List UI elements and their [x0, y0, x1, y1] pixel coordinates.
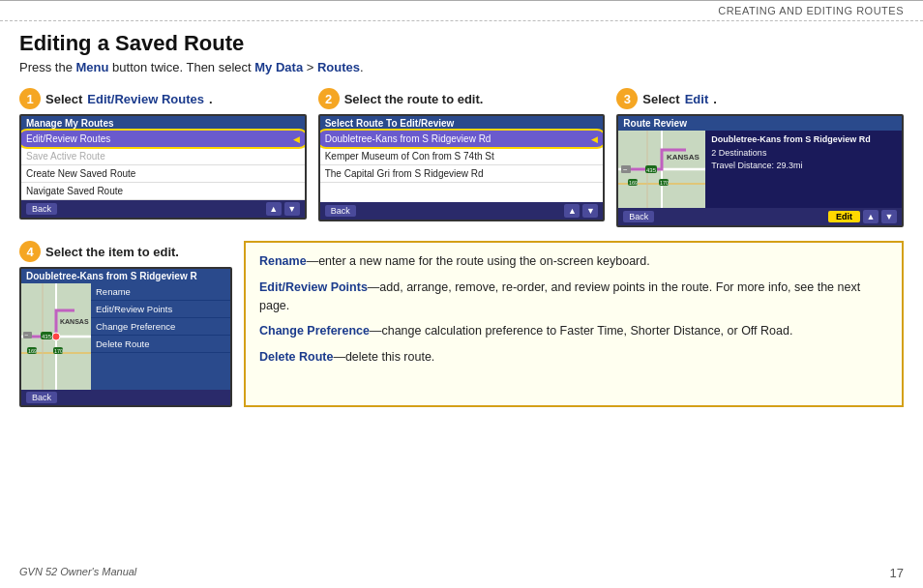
- page-title: Editing a Saved Route: [19, 31, 904, 56]
- step2-row-2[interactable]: Kemper Museum of Con from S 74th St: [320, 148, 604, 165]
- svg-text:169: 169: [28, 348, 37, 354]
- info-changepref-desc: —change calculation preference to Faster…: [370, 324, 792, 338]
- info-editpoints-term: Edit/Review Points: [259, 280, 368, 294]
- step4-back-btn[interactable]: Back: [26, 392, 57, 403]
- step3-destinations: 2 Destinations: [711, 148, 896, 158]
- step3-up-btn[interactable]: ▲: [863, 210, 878, 223]
- svg-text:170: 170: [54, 348, 63, 354]
- routes-label: Routes: [317, 60, 360, 74]
- step2-row1-text: Doubletree-Kans from S Ridgeview Rd: [325, 133, 491, 144]
- svg-text:170: 170: [660, 180, 669, 186]
- svg-text:−: −: [24, 332, 28, 338]
- step2-back-btn[interactable]: Back: [325, 205, 356, 217]
- info-deleteroute-term: Delete Route: [259, 350, 333, 364]
- step1-bottom-bar: Back ▲ ▼: [21, 200, 305, 218]
- subtitle-mid: button twice. Then select: [108, 60, 254, 74]
- step4-menu-rename[interactable]: Rename: [91, 283, 230, 301]
- step1-label-end: .: [209, 92, 213, 106]
- step2-up-btn[interactable]: ▲: [564, 204, 580, 218]
- info-deleteroute-para: Delete Route—delete this route.: [259, 348, 888, 367]
- info-rename-para: Rename—enter a new name for the route us…: [259, 252, 888, 271]
- step1-row4-text: Navigate Saved Route: [26, 186, 123, 196]
- footer-right: 17: [890, 566, 904, 580]
- step3-edit-btn[interactable]: Edit: [828, 211, 860, 222]
- info-rename-term: Rename: [259, 254, 307, 268]
- subtitle-start: Press the: [19, 60, 76, 74]
- step1-label-start: Select: [45, 92, 82, 106]
- info-deleteroute-desc: —delete this route.: [333, 350, 434, 364]
- info-box: Rename—enter a new name for the route us…: [244, 241, 904, 407]
- step1-row-1[interactable]: Edit/Review Routes: [21, 131, 305, 148]
- step3-info-side: Doubletree-Kans from S Ridgeview Rd 2 De…: [705, 131, 902, 208]
- step2-down-btn[interactable]: ▼: [582, 204, 598, 218]
- page-subtitle: Press the Menu button twice. Then select…: [19, 60, 904, 74]
- step4-label: 4 Select the item to edit.: [19, 241, 232, 262]
- step4-label-text: Select the item to edit.: [45, 245, 179, 259]
- svg-text:435: 435: [646, 167, 657, 173]
- step2-row-3[interactable]: The Capital Gri from S Ridgeview Rd: [320, 165, 604, 183]
- step1-row3-text: Create New Saved Route: [26, 168, 135, 179]
- step4-bottom-bar: Back: [21, 390, 230, 405]
- step4-menu-editreview[interactable]: Edit/Review Points: [91, 301, 230, 318]
- header-title: Creating and Editing Routes: [718, 5, 904, 16]
- step3-highlight: Edit: [685, 92, 709, 106]
- step1-row-3[interactable]: Create New Saved Route: [21, 165, 305, 183]
- step3-map: KANSAS 435 170 169 −: [618, 131, 705, 208]
- step3-travel-distance: Travel Distance: 29.3mi: [711, 161, 896, 170]
- step1-back-btn[interactable]: Back: [26, 203, 57, 215]
- step4-map: KANSAS 435 170 169 −: [21, 283, 91, 390]
- step2-number: 2: [318, 88, 340, 109]
- step4-menu-deleteroute[interactable]: Delete Route: [91, 336, 230, 353]
- svg-text:169: 169: [629, 180, 638, 186]
- step2-screen-title: Select Route To Edit/Review: [320, 116, 604, 131]
- step1-number: 1: [19, 88, 41, 109]
- svg-text:−: −: [623, 165, 628, 174]
- step3-label-start: Select: [642, 92, 679, 106]
- footer-left: GVN 52 Owner's Manual: [19, 566, 136, 580]
- step1-row-4[interactable]: Navigate Saved Route: [21, 183, 305, 200]
- step2-bottom-bar: Back ▲ ▼: [320, 202, 604, 220]
- footer: GVN 52 Owner's Manual 17: [19, 566, 904, 580]
- step4-menu-changepref[interactable]: Change Preference: [91, 318, 230, 336]
- step1-block: 1 Select Edit/Review Routes. Manage My R…: [19, 88, 307, 227]
- main-content: Editing a Saved Route Press the Menu but…: [0, 21, 923, 417]
- step3-bottom-bar: Back Edit ▲ ▼: [618, 208, 902, 225]
- step1-up-btn[interactable]: ▲: [266, 202, 282, 216]
- mydata-label: My Data: [254, 60, 303, 74]
- menu-label: Menu: [76, 60, 109, 74]
- svg-text:KANSAS: KANSAS: [667, 153, 700, 162]
- step1-screen: Manage My Routes Edit/Review Routes Save…: [19, 114, 307, 220]
- step1-row2-text: Save Active Route: [26, 151, 105, 162]
- step1-screen-title: Manage My Routes: [21, 116, 305, 131]
- step3-map-area: KANSAS 435 170 169 −: [618, 131, 705, 208]
- step3-back-btn[interactable]: Back: [623, 211, 654, 222]
- step3-label-end: .: [713, 92, 717, 106]
- step3-route-name: Doubletree-Kans from S Ridgeview Rd: [711, 134, 896, 144]
- info-rename-desc: —enter a new name for the route using th…: [307, 254, 650, 268]
- step2-row-1[interactable]: Doubletree-Kans from S Ridgeview Rd: [320, 131, 604, 148]
- step4-screen: Doubletree-Kans from S Ridgeview R: [19, 267, 232, 407]
- step3-screen: Route Review: [616, 114, 904, 227]
- step2-row3-text: The Capital Gri from S Ridgeview Rd: [325, 168, 484, 179]
- step3-label: 3 Select Edit.: [616, 88, 904, 109]
- step3-screen-title: Route Review: [618, 116, 902, 131]
- step1-row1-text: Edit/Review Routes: [26, 133, 110, 144]
- step2-screen: Select Route To Edit/Review Doubletree-K…: [318, 114, 606, 221]
- step2-row2-text: Kemper Museum of Con from S 74th St: [325, 151, 494, 162]
- step2-block: 2 Select the route to edit. Select Route…: [318, 88, 606, 227]
- step1-highlight: Edit/Review Routes: [87, 92, 204, 106]
- step4-screen-title: Doubletree-Kans from S Ridgeview R: [21, 269, 230, 283]
- step2-label-text: Select the route to edit.: [344, 92, 484, 106]
- svg-text:435: 435: [42, 334, 52, 339]
- step1-down-btn[interactable]: ▼: [284, 202, 300, 216]
- step3-down-btn[interactable]: ▼: [881, 210, 897, 223]
- subtitle-end: .: [360, 60, 364, 74]
- step2-label: 2 Select the route to edit.: [318, 88, 606, 109]
- step4-inner: KANSAS 435 170 169 −: [21, 283, 230, 390]
- info-changepref-term: Change Preference: [259, 324, 370, 338]
- step3-number: 3: [616, 88, 638, 109]
- step4-block: 4 Select the item to edit. Doubletree-Ka…: [19, 241, 232, 407]
- step3-block: 3 Select Edit. Route Review: [616, 88, 904, 227]
- step4-number: 4: [19, 241, 41, 262]
- info-editpoints-para: Edit/Review Points—add, arrange, remove,…: [259, 279, 888, 315]
